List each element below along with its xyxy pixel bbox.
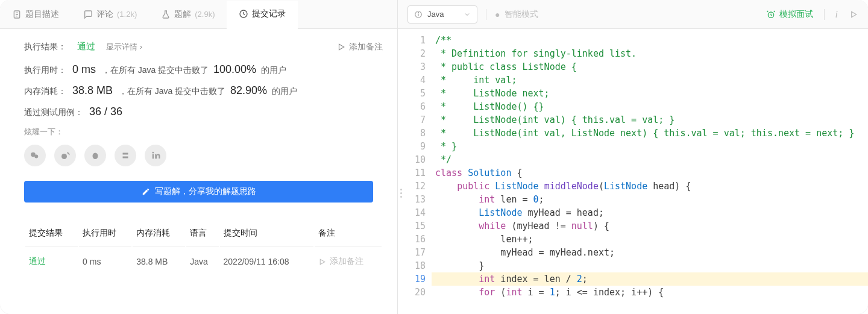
svg-marker-14 [320, 259, 325, 265]
history-icon [239, 9, 248, 19]
write-solution-button[interactable]: 写题解，分享我的解题思路 [24, 181, 373, 203]
result-label: 执行结果： [24, 42, 66, 52]
svg-marker-21 [852, 11, 857, 17]
show-detail-link[interactable]: 显示详情 › [106, 42, 142, 52]
doc-icon [12, 10, 22, 19]
flask-icon [161, 10, 171, 19]
th-result: 提交结果 [25, 221, 78, 246]
cell-result: 通过 [25, 248, 78, 275]
divider [824, 9, 825, 20]
svg-point-7 [34, 155, 38, 159]
metric-time: 执行用时： 0 ms ，在所有 Java 提交中击败了 100.00% 的用户 [24, 63, 383, 76]
comment-icon [83, 10, 93, 19]
table-row[interactable]: 通过 0 ms 38.8 MB Java 2022/09/11 16:08 添加… [25, 248, 382, 275]
smart-mode-toggle[interactable]: ● 智能模式 [495, 9, 538, 20]
language-select[interactable]: Java [407, 5, 477, 24]
row-add-note-button[interactable]: 添加备注 [318, 256, 378, 267]
editor-toolbar: Java ● 智能模式 模拟面试 i [398, 0, 868, 29]
tab-description-label: 题目描述 [25, 9, 59, 20]
svg-rect-12 [153, 154, 154, 159]
share-weibo-button[interactable] [54, 145, 76, 166]
th-time: 执行用时 [79, 221, 131, 246]
alarm-icon [766, 10, 776, 19]
svg-point-13 [153, 152, 154, 154]
cell-when: 2022/09/11 16:08 [220, 248, 313, 275]
svg-point-17 [418, 12, 418, 13]
tabs-bar: 题目描述 评论 (1.2k) 题解 (2.9k) 提交记录 [0, 0, 397, 29]
svg-line-19 [767, 11, 768, 12]
left-body: 执行结果： 通过 显示详情 › 添加备注 执行用时： 0 ms ，在所有 Jav… [0, 29, 397, 314]
split-drag-handle[interactable] [398, 181, 404, 205]
add-note-button[interactable]: 添加备注 [337, 42, 383, 52]
th-when: 提交时间 [220, 221, 313, 246]
share-row [24, 145, 383, 166]
line-gutter: 1234567891011121314151617181920 [398, 29, 432, 314]
tab-solutions[interactable]: 题解 (2.9k) [149, 0, 227, 28]
chevron-down-icon [464, 11, 471, 18]
cell-lang: Java [186, 248, 218, 275]
share-linkedin-button[interactable] [145, 145, 166, 166]
svg-line-20 [773, 11, 775, 12]
tab-description[interactable]: 题目描述 [0, 0, 71, 28]
tab-comments[interactable]: 评论 (1.2k) [71, 0, 149, 28]
left-panel: 题目描述 评论 (1.2k) 题解 (2.9k) 提交记录 执行结果： 通过 [0, 0, 398, 314]
share-douban-button[interactable] [115, 145, 136, 166]
tab-submissions-label: 提交记录 [252, 8, 286, 19]
info-button[interactable]: i [835, 9, 838, 20]
language-select-value: Java [427, 10, 444, 19]
chevron-right-icon: › [140, 42, 142, 51]
th-note: 备注 [315, 221, 382, 246]
result-status: 通过 [77, 41, 95, 52]
tab-comments-label: 评论 [96, 9, 113, 20]
mock-interview-button[interactable]: 模拟面试 [766, 9, 813, 20]
metric-memory: 内存消耗： 38.8 MB ，在所有 Java 提交中击败了 82.90% 的用… [24, 84, 383, 97]
svg-rect-10 [123, 153, 128, 155]
metric-cases: 通过测试用例： 36 / 36 [24, 105, 383, 118]
flag-icon [318, 258, 326, 266]
svg-rect-11 [123, 157, 128, 159]
run-button[interactable] [849, 10, 858, 19]
share-qq-button[interactable] [84, 145, 106, 166]
code-area[interactable]: /** * Definition for singly-linked list.… [432, 29, 868, 314]
tab-submissions[interactable]: 提交记录 [227, 1, 298, 29]
cell-note: 添加备注 [315, 248, 382, 275]
tab-comments-count: (1.2k) [117, 10, 137, 19]
svg-point-8 [61, 154, 67, 159]
code-editor[interactable]: 1234567891011121314151617181920 /** * De… [398, 29, 868, 314]
info-icon [414, 10, 423, 19]
pencil-icon [142, 187, 150, 196]
tab-solutions-label: 题解 [174, 9, 191, 20]
right-panel: Java ● 智能模式 模拟面试 i 123456789101112131415… [398, 0, 868, 314]
svg-marker-5 [339, 44, 344, 49]
submissions-table: 提交结果 执行用时 内存消耗 语言 提交时间 备注 通过 0 ms 38.8 M… [24, 219, 383, 277]
flag-icon [337, 43, 345, 51]
divider [486, 9, 486, 20]
cell-time: 0 ms [79, 248, 131, 275]
th-mem: 内存消耗 [133, 221, 185, 246]
svg-point-9 [93, 153, 98, 160]
cell-mem: 38.8 MB [133, 248, 185, 275]
share-wechat-button[interactable] [24, 145, 46, 166]
share-label: 炫耀一下： [24, 127, 383, 137]
tab-solutions-count: (2.9k) [195, 10, 215, 19]
th-lang: 语言 [186, 221, 218, 246]
